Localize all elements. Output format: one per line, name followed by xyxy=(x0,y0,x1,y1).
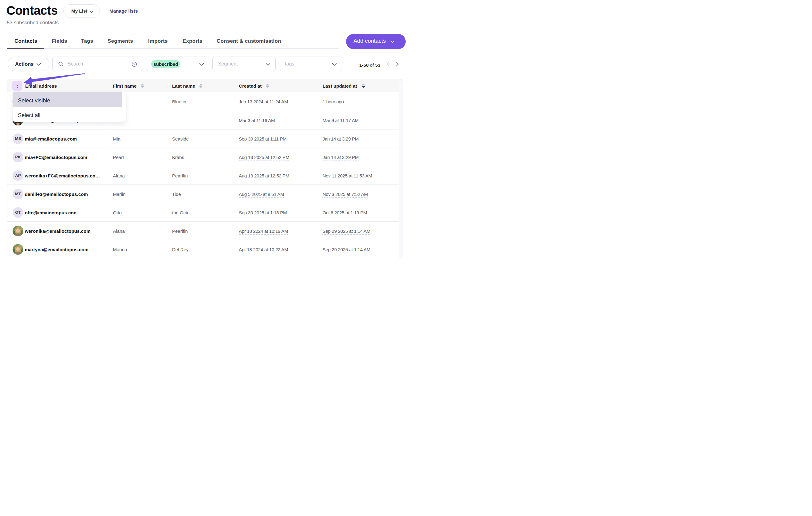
svg-text:?: ? xyxy=(134,62,135,66)
